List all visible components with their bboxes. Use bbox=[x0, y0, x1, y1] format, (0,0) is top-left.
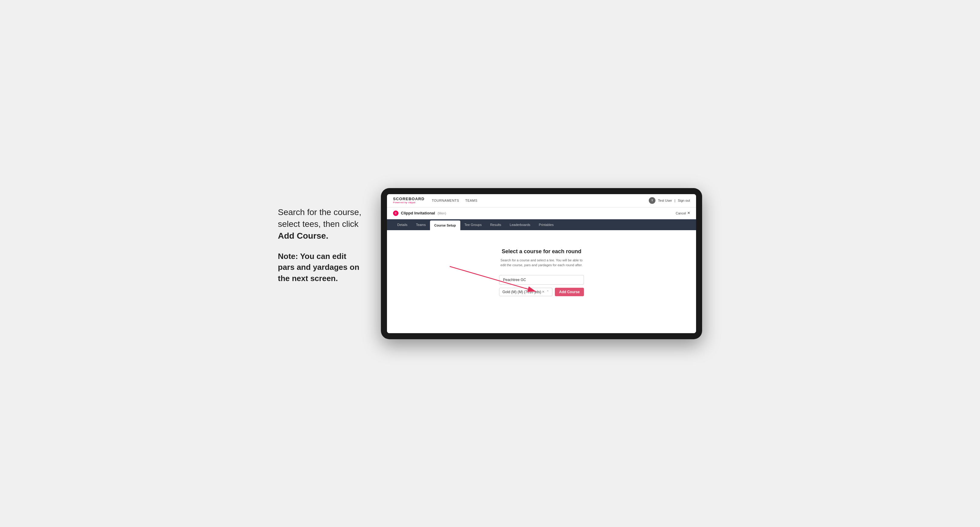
tab-printables[interactable]: Printables bbox=[535, 220, 558, 230]
separator: | bbox=[675, 199, 675, 202]
cancel-symbol: ✕ bbox=[687, 211, 690, 215]
navbar-right: T Test User | Sign out bbox=[649, 197, 690, 204]
user-avatar: T bbox=[649, 197, 655, 204]
tournament-icon: C bbox=[393, 211, 398, 216]
tab-teams[interactable]: Teams bbox=[412, 220, 430, 230]
main-content: Select a course for each round Search fo… bbox=[387, 230, 696, 333]
tab-leaderboards[interactable]: Leaderboards bbox=[506, 220, 535, 230]
tournament-tag: (Men) bbox=[438, 211, 446, 215]
navbar-left: SCOREBOARD Powered by clippd TOURNAMENTS… bbox=[393, 197, 477, 204]
tab-bar: Details Teams Course Setup Tee Groups Re… bbox=[387, 219, 696, 230]
nav-teams[interactable]: TEAMS bbox=[465, 199, 477, 202]
tee-clear-icon[interactable]: ✕ bbox=[542, 290, 544, 294]
page-wrapper: Search for the course, select tees, then… bbox=[278, 188, 702, 339]
tee-select-wrapper[interactable]: Gold (M) (M) (7010 yds) ✕ ⌃ bbox=[499, 288, 552, 296]
cancel-label: Cancel bbox=[676, 211, 686, 215]
logo-subtitle: Powered by clippd bbox=[393, 202, 425, 204]
add-course-button[interactable]: Add Course bbox=[555, 288, 584, 296]
tee-chevron-icon: ⌃ bbox=[546, 290, 549, 294]
tournament-title-area: C Clippd Invitational (Men) bbox=[393, 211, 446, 216]
cancel-button[interactable]: Cancel ✕ bbox=[676, 211, 690, 215]
navbar: SCOREBOARD Powered by clippd TOURNAMENTS… bbox=[387, 194, 696, 208]
tab-details[interactable]: Details bbox=[393, 220, 412, 230]
user-name: Test User bbox=[658, 199, 672, 202]
tee-select-value: Gold (M) (M) (7010 yds) bbox=[503, 290, 542, 294]
instruction-panel: Search for the course, select tees, then… bbox=[278, 188, 363, 293]
section-title: Select a course for each round bbox=[501, 248, 581, 255]
tee-select-icons: ✕ ⌃ bbox=[542, 290, 549, 294]
tournament-header: C Clippd Invitational (Men) Cancel ✕ bbox=[387, 208, 696, 219]
logo-area: SCOREBOARD Powered by clippd bbox=[393, 197, 425, 204]
tab-results[interactable]: Results bbox=[486, 220, 506, 230]
nav-tournaments[interactable]: TOURNAMENTS bbox=[432, 199, 459, 202]
logo-title: SCOREBOARD bbox=[393, 197, 425, 201]
tablet-screen: SCOREBOARD Powered by clippd TOURNAMENTS… bbox=[387, 194, 696, 333]
tournament-name: Clippd Invitational bbox=[401, 211, 435, 215]
note-label: Note: bbox=[278, 252, 298, 261]
sign-out-link[interactable]: Sign out bbox=[678, 199, 690, 202]
instruction-bold: Add Course. bbox=[278, 231, 328, 240]
tab-course-setup[interactable]: Course Setup bbox=[430, 221, 460, 230]
instruction-text: Search for the course, select tees, then… bbox=[278, 206, 363, 242]
tee-select-row: Gold (M) (M) (7010 yds) ✕ ⌃ Add Course bbox=[499, 288, 584, 296]
tablet-device: SCOREBOARD Powered by clippd TOURNAMENTS… bbox=[381, 188, 702, 339]
section-description: Search for a course and select a tee. Yo… bbox=[499, 258, 584, 268]
nav-links: TOURNAMENTS TEAMS bbox=[432, 199, 477, 202]
course-search-input[interactable] bbox=[499, 275, 584, 285]
instruction-note: Note: You can edit pars and yardages on … bbox=[278, 251, 363, 284]
tab-tee-groups[interactable]: Tee Groups bbox=[460, 220, 486, 230]
